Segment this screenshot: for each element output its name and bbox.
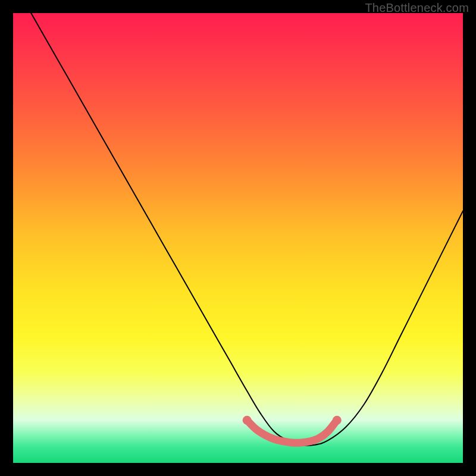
bottleneck-chart-svg (13, 13, 463, 463)
optimal-zone-endcap (333, 416, 342, 425)
plot-area (13, 13, 463, 463)
optimal-zone-endcap (243, 416, 252, 425)
gradient-background (13, 13, 463, 463)
chart-frame: TheBottleneck.com (0, 0, 476, 476)
watermark-label: TheBottleneck.com (365, 1, 469, 15)
